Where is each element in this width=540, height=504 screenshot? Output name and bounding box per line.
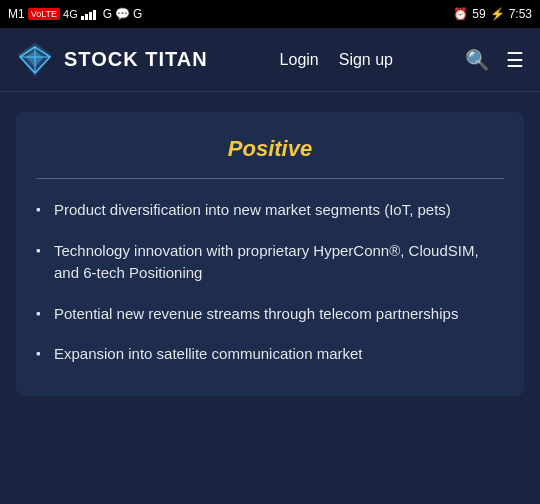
carrier-text: M1 <box>8 7 25 21</box>
g-icon-1: G <box>103 7 112 21</box>
list-item: Potential new revenue streams through te… <box>36 303 504 326</box>
bullet-list: Product diversification into new market … <box>36 199 504 366</box>
logo-text: STOCK TITAN <box>64 48 208 71</box>
whatsapp-icon: 💬 <box>115 7 130 21</box>
title-highlight: P <box>228 136 243 161</box>
signal-bars <box>81 8 96 20</box>
nav-links: Login Sign up <box>280 51 393 69</box>
list-item: Product diversification into new market … <box>36 199 504 222</box>
status-left: M1 VoLTE 4G G 💬 G <box>8 7 142 21</box>
app-header: STOCK TITAN Login Sign up 🔍 ☰ <box>0 28 540 92</box>
menu-icon[interactable]: ☰ <box>506 48 524 72</box>
search-icon[interactable]: 🔍 <box>465 48 490 72</box>
status-bar: M1 VoLTE 4G G 💬 G ⏰ 59 ⚡ 7:53 <box>0 0 540 28</box>
signup-link[interactable]: Sign up <box>339 51 393 69</box>
list-item: Technology innovation with proprietary H… <box>36 240 504 285</box>
network-4g: 4G <box>63 8 78 20</box>
clock-time: 7:53 <box>509 7 532 21</box>
list-item: Expansion into satellite communication m… <box>36 343 504 366</box>
g-icon-2: G <box>133 7 142 21</box>
volte-badge: VoLTE <box>28 8 60 20</box>
status-right: ⏰ 59 ⚡ 7:53 <box>453 7 532 21</box>
battery-bolt: ⚡ <box>490 7 505 21</box>
logo-icon <box>16 41 54 79</box>
battery-level: 59 <box>472 7 485 21</box>
alarm-icon: ⏰ <box>453 7 468 21</box>
nav-icons: 🔍 ☰ <box>465 48 524 72</box>
title-rest: ositive <box>242 136 312 161</box>
section-title: Positive <box>36 136 504 162</box>
content-card: Positive Product diversification into ne… <box>16 112 524 396</box>
login-link[interactable]: Login <box>280 51 319 69</box>
logo-area: STOCK TITAN <box>16 41 208 79</box>
section-divider <box>36 178 504 179</box>
